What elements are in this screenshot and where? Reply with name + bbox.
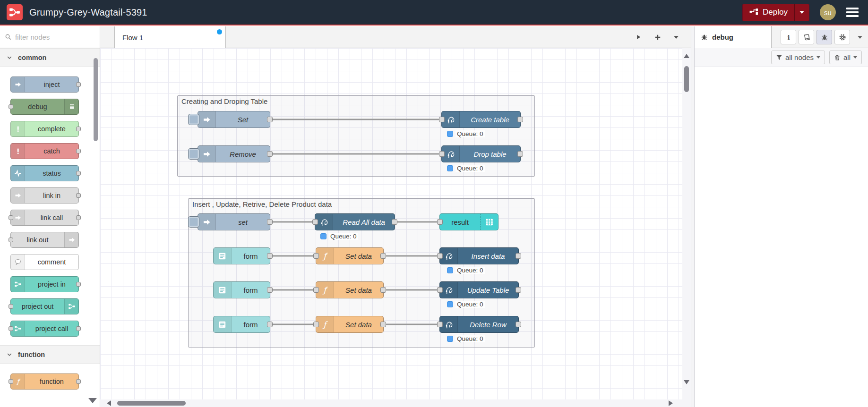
tab-debug[interactable]: debug xyxy=(695,26,772,48)
search-input[interactable] xyxy=(15,33,86,41)
output-port[interactable] xyxy=(267,151,273,157)
input-port[interactable] xyxy=(9,326,13,331)
canvas-horizontal-scrollbar[interactable] xyxy=(100,399,691,407)
output-port[interactable] xyxy=(517,117,523,122)
palette-node-link-in[interactable]: link in xyxy=(10,187,79,204)
flow-node-update-table[interactable]: Update Table xyxy=(439,281,519,298)
palette-node-link-out[interactable]: link out xyxy=(10,232,79,248)
palette-category-common[interactable]: common xyxy=(0,48,100,67)
scroll-left-icon[interactable] xyxy=(107,400,111,406)
output-port[interactable] xyxy=(516,322,521,327)
output-port[interactable] xyxy=(76,326,81,331)
palette-category-function[interactable]: function xyxy=(0,345,100,364)
output-port[interactable] xyxy=(76,149,81,153)
flow-node-form[interactable]: form xyxy=(213,316,270,333)
canvas-vertical-scrollbar[interactable] xyxy=(682,48,691,399)
flow-node-remove[interactable]: Remove xyxy=(198,145,270,162)
output-port[interactable] xyxy=(76,215,81,220)
debug-filter-button[interactable]: all nodes xyxy=(771,51,825,64)
deploy-button-main[interactable]: Deploy xyxy=(743,8,794,17)
palette-node-project-out[interactable]: project out xyxy=(10,298,79,314)
scroll-right-icon[interactable] xyxy=(669,400,673,406)
output-port[interactable] xyxy=(380,287,386,293)
output-port[interactable] xyxy=(267,322,273,327)
input-port[interactable] xyxy=(9,215,13,220)
user-avatar[interactable]: su xyxy=(820,4,836,20)
input-port[interactable] xyxy=(9,304,13,309)
output-port[interactable] xyxy=(267,219,273,225)
input-port[interactable] xyxy=(9,237,13,242)
flow-node-set[interactable]: Set xyxy=(198,111,270,128)
flow-node-result[interactable]: result xyxy=(439,213,498,230)
flow-node-set-data[interactable]: ƒSet data xyxy=(316,247,384,264)
output-port[interactable] xyxy=(76,82,81,87)
input-port[interactable] xyxy=(313,287,319,293)
inject-button[interactable] xyxy=(188,114,199,125)
tab-scroll-right-icon[interactable] xyxy=(636,34,642,40)
inject-button[interactable] xyxy=(188,216,199,228)
input-port[interactable] xyxy=(437,219,443,225)
input-port[interactable] xyxy=(437,253,443,259)
sidebar-tab-bug-button[interactable] xyxy=(816,30,832,44)
sidebar-tab-info-button[interactable]: i xyxy=(781,30,796,44)
output-port[interactable] xyxy=(76,171,81,176)
output-port[interactable] xyxy=(392,219,397,225)
horizontal-scroll-thumb[interactable] xyxy=(117,401,186,406)
palette-node-function[interactable]: ƒfunction xyxy=(10,373,79,390)
tab-flow-1[interactable]: Flow 1 xyxy=(114,26,226,49)
flow-node-create-table[interactable]: Create table xyxy=(441,111,521,128)
flow-node-insert-data[interactable]: Insert data xyxy=(439,247,519,264)
palette-scroll-down-icon[interactable] xyxy=(88,398,97,403)
deploy-button[interactable]: Deploy xyxy=(742,4,809,21)
palette-search[interactable] xyxy=(0,26,100,48)
flow-node-read-all-data[interactable]: Read All data xyxy=(315,213,395,230)
palette-node-complete[interactable]: complete xyxy=(10,121,79,137)
vertical-scroll-thumb[interactable] xyxy=(684,66,689,92)
palette-node-inject[interactable]: inject xyxy=(10,76,79,93)
flow-node-set-data[interactable]: ƒSet data xyxy=(316,281,384,298)
flow-node-form[interactable]: form xyxy=(213,247,270,264)
output-port[interactable] xyxy=(76,127,81,131)
output-port[interactable] xyxy=(267,117,273,122)
output-port[interactable] xyxy=(267,287,273,293)
input-port[interactable] xyxy=(312,219,318,225)
flow-node-set[interactable]: set xyxy=(198,213,270,230)
output-port[interactable] xyxy=(380,253,386,259)
input-port[interactable] xyxy=(9,379,13,384)
palette-node-project-in[interactable]: project in xyxy=(10,276,79,292)
flow-list-caret-icon[interactable] xyxy=(674,36,679,39)
output-port[interactable] xyxy=(76,379,81,384)
flow-node-form[interactable]: form xyxy=(213,281,270,298)
input-port[interactable] xyxy=(313,253,319,259)
input-port[interactable] xyxy=(437,287,443,293)
palette-node-link-call[interactable]: link call xyxy=(10,210,79,226)
deploy-options-caret[interactable] xyxy=(794,4,809,21)
sidebar-tab-book-button[interactable] xyxy=(799,30,814,44)
flow-canvas[interactable]: Creating and Droping TableInsert , Updat… xyxy=(100,48,691,407)
input-port[interactable] xyxy=(439,151,445,157)
palette-node-status[interactable]: status xyxy=(10,165,79,181)
palette-scrollbar-thumb[interactable] xyxy=(94,58,98,141)
input-port[interactable] xyxy=(437,322,443,327)
input-port[interactable] xyxy=(9,104,13,109)
sidebar-menu-caret-icon[interactable] xyxy=(858,36,862,39)
output-port[interactable] xyxy=(517,151,523,157)
input-port[interactable] xyxy=(313,322,319,327)
palette-node-debug[interactable]: debug xyxy=(10,99,79,115)
main-menu-icon[interactable] xyxy=(846,8,859,17)
output-port[interactable] xyxy=(76,193,81,198)
flow-node-set-data[interactable]: ƒSet data xyxy=(316,316,384,333)
palette-node-comment[interactable]: comment xyxy=(10,254,79,270)
sidebar-tab-gear-button[interactable] xyxy=(834,30,850,44)
add-flow-icon[interactable] xyxy=(654,34,661,41)
palette-node-catch[interactable]: catch xyxy=(10,143,79,159)
debug-clear-button[interactable]: all xyxy=(829,51,862,64)
scroll-up-icon[interactable] xyxy=(684,54,689,58)
scroll-down-icon[interactable] xyxy=(684,380,689,384)
input-port[interactable] xyxy=(439,117,445,122)
flow-node-drop-table[interactable]: Drop table xyxy=(441,145,521,162)
palette-node-project-call[interactable]: project call xyxy=(10,321,79,337)
output-port[interactable] xyxy=(267,253,273,259)
output-port[interactable] xyxy=(380,322,386,327)
output-port[interactable] xyxy=(516,253,521,259)
